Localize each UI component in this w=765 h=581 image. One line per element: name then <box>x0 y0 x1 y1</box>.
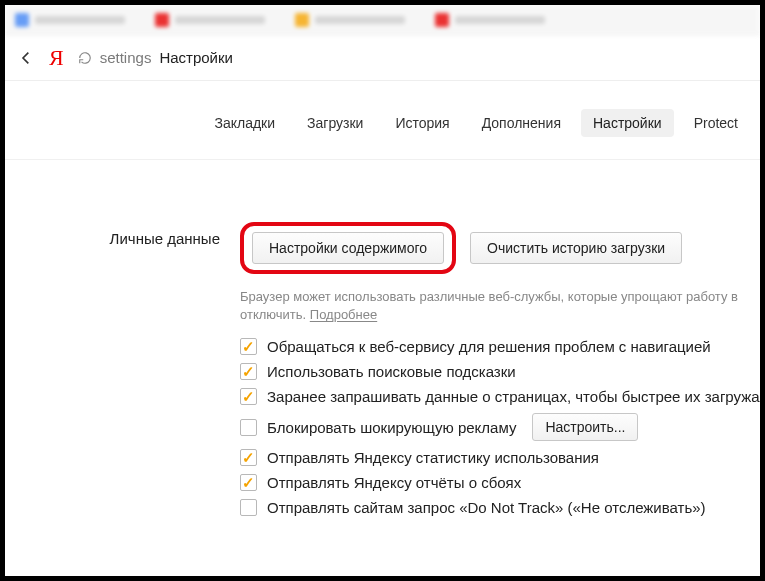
clear-download-history-button[interactable]: Очистить историю загрузки <box>470 232 682 264</box>
nav-bookmarks[interactable]: Закладки <box>202 109 287 137</box>
checkbox-row: Заранее запрашивать данные о страницах, … <box>240 388 760 405</box>
browser-tabstrip <box>5 5 760 35</box>
checkbox[interactable] <box>240 499 257 516</box>
checkbox-row: Блокировать шокирующую рекламу Настроить… <box>240 413 760 441</box>
yandex-logo-icon[interactable]: Я <box>49 45 64 71</box>
checkbox[interactable] <box>240 388 257 405</box>
checkbox-row: Отправлять Яндексу статистику использова… <box>240 449 760 466</box>
learn-more-link[interactable]: Подробнее <box>310 307 377 322</box>
checkbox-row: Отправлять сайтам запрос «Do Not Track» … <box>240 499 760 516</box>
nav-protect[interactable]: Protect <box>682 109 750 137</box>
highlight-callout: Настройки содержимого <box>240 222 456 274</box>
checkbox-label: Отправлять сайтам запрос «Do Not Track» … <box>267 499 706 516</box>
checkbox[interactable] <box>240 363 257 380</box>
checkbox-row: Отправлять Яндексу отчёты о сбоях <box>240 474 760 491</box>
checkbox[interactable] <box>240 419 257 436</box>
checkbox-row: Обращаться к веб-сервису для решения про… <box>240 338 760 355</box>
section-description: Браузер может использовать различные веб… <box>240 288 760 324</box>
checkbox[interactable] <box>240 449 257 466</box>
browser-tab <box>295 13 405 27</box>
checkbox[interactable] <box>240 474 257 491</box>
address-title: Настройки <box>159 49 233 66</box>
nav-history[interactable]: История <box>383 109 461 137</box>
address-bar[interactable]: settings Настройки <box>78 49 746 66</box>
checkbox-row: Использовать поисковые подсказки <box>240 363 760 380</box>
browser-tab <box>435 13 545 27</box>
browser-tab <box>15 13 125 27</box>
checkbox-label: Использовать поисковые подсказки <box>267 363 516 380</box>
nav-downloads[interactable]: Загрузки <box>295 109 375 137</box>
address-path: settings <box>100 49 152 66</box>
content-settings-button[interactable]: Настройки содержимого <box>252 232 444 264</box>
back-button[interactable] <box>19 50 35 66</box>
settings-nav: Закладки Загрузки История Дополнения Нас… <box>5 81 760 160</box>
checkbox-label: Обращаться к веб-сервису для решения про… <box>267 338 711 355</box>
configure-button[interactable]: Настроить... <box>532 413 638 441</box>
checkbox[interactable] <box>240 338 257 355</box>
browser-toolbar: Я settings Настройки <box>5 35 760 81</box>
nav-addons[interactable]: Дополнения <box>470 109 573 137</box>
section-heading: Личные данные <box>5 222 240 524</box>
settings-content: Личные данные Настройки содержимого Очис… <box>5 160 760 524</box>
reload-icon[interactable] <box>78 51 92 65</box>
checkbox-label: Блокировать шокирующую рекламу <box>267 419 516 436</box>
checkbox-label: Отправлять Яндексу статистику использова… <box>267 449 599 466</box>
checkbox-label: Заранее запрашивать данные о страницах, … <box>267 388 760 405</box>
nav-settings[interactable]: Настройки <box>581 109 674 137</box>
browser-tab <box>155 13 265 27</box>
checkbox-label: Отправлять Яндексу отчёты о сбоях <box>267 474 521 491</box>
